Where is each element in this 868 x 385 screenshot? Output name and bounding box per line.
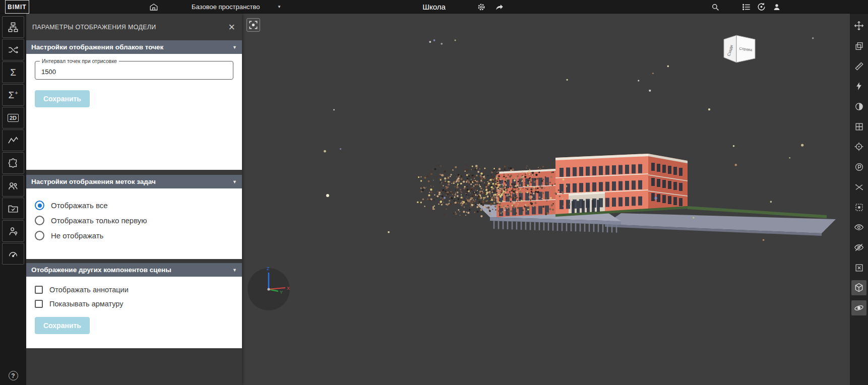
folder-icon xyxy=(8,203,19,214)
top-bar: BIMIT Базовое пространство ▼ Школа xyxy=(0,0,868,14)
list-icon xyxy=(742,3,751,12)
hide-button[interactable] xyxy=(851,240,866,255)
chevron-down-icon: ▼ xyxy=(232,179,237,184)
section-other-body: Отображать аннотации Показывать арматуру… xyxy=(26,277,242,348)
share-button[interactable] xyxy=(495,0,504,14)
grid-add-button[interactable] xyxy=(851,119,866,134)
parking-icon xyxy=(854,162,864,172)
building-icon xyxy=(149,3,158,12)
panel-title: ПАРАМЕТРЫ ОТОБРАЖЕНИЯ МОДЕЛИ xyxy=(32,24,156,31)
radio-indicator xyxy=(35,201,44,210)
sidebar-item-charts[interactable] xyxy=(2,130,24,151)
save-point-clouds-button[interactable]: Сохранить xyxy=(35,90,90,107)
grid-plus-icon xyxy=(854,122,864,132)
project-title: Школа xyxy=(0,0,868,14)
sidebar-item-model-tree[interactable] xyxy=(2,16,24,38)
show-button[interactable] xyxy=(851,220,866,235)
pan-icon xyxy=(854,21,864,31)
half-circle-icon xyxy=(854,102,864,111)
close-icon: × xyxy=(228,21,235,33)
section-task-marks-header[interactable]: Настройки отображения меток задач ▼ xyxy=(26,175,242,188)
sidebar-item-sum-add[interactable]: Σ+ xyxy=(2,84,24,106)
menu-button[interactable] xyxy=(742,0,751,14)
settings-button[interactable] xyxy=(477,0,486,14)
section-other-header[interactable]: Отображение других компонентов сцены ▼ xyxy=(26,263,242,277)
space-selector-label: Базовое пространство xyxy=(192,3,260,11)
sidebar-item-projects[interactable] xyxy=(2,198,24,219)
scene-3d[interactable]: Z Y X xyxy=(242,14,850,385)
app-window: BIMIT Базовое пространство ▼ Школа xyxy=(0,0,868,385)
save-other-button[interactable]: Сохранить xyxy=(35,317,90,334)
sidebar-item-2d[interactable]: 2D xyxy=(2,107,24,129)
sidebar-item-dashboard[interactable] xyxy=(2,243,24,265)
share-icon xyxy=(495,3,504,12)
clash-button[interactable] xyxy=(851,79,866,94)
checkbox-indicator xyxy=(35,286,43,294)
axis-y-label: Y xyxy=(280,290,283,295)
radio-show-all[interactable]: Отображать все xyxy=(35,201,233,210)
target-icon xyxy=(854,142,864,152)
eye-icon xyxy=(854,222,864,232)
lightning-icon xyxy=(854,82,863,91)
focus-button[interactable] xyxy=(246,18,260,32)
radio-show-none[interactable]: Не отображать xyxy=(35,231,233,240)
chevron-down-icon: ▼ xyxy=(232,45,237,50)
orbit-button[interactable] xyxy=(851,300,866,315)
model-tree-icon xyxy=(8,22,19,33)
section-point-clouds-header[interactable]: Настройки отображения облаков точек ▼ xyxy=(26,40,242,54)
sidebar-item-users[interactable] xyxy=(2,175,24,197)
sidebar-item-connections[interactable] xyxy=(2,39,24,60)
dashed-box-icon xyxy=(854,203,864,212)
section-planes-icon xyxy=(854,182,864,192)
user-location-icon xyxy=(8,226,19,237)
object-button[interactable] xyxy=(149,0,158,14)
delete-box-button[interactable] xyxy=(851,260,866,275)
locate-button[interactable] xyxy=(851,139,866,154)
close-button[interactable]: × xyxy=(228,22,235,33)
view-cube[interactable]: Сзади Справа xyxy=(722,34,757,64)
checkbox-annotations[interactable]: Отображать аннотации xyxy=(35,286,233,294)
layers-icon xyxy=(854,41,864,51)
axis-x-label: X xyxy=(287,286,290,291)
app-logo[interactable]: BIMIT xyxy=(5,0,29,14)
sidebar-item-plugins[interactable] xyxy=(2,152,24,174)
space-selector[interactable]: Базовое пространство ▼ xyxy=(192,0,281,14)
sum-add-icon: Σ xyxy=(8,90,14,101)
box-x-icon xyxy=(854,263,864,273)
interval-input[interactable] xyxy=(35,65,233,79)
radio-indicator xyxy=(35,231,44,240)
parking-button[interactable] xyxy=(851,159,866,174)
pan-button[interactable] xyxy=(851,18,866,33)
shuffle-icon xyxy=(8,44,19,55)
interval-field-label: Интервал точек при отрисовке xyxy=(40,58,119,64)
search-button[interactable] xyxy=(711,0,720,14)
user-icon xyxy=(772,3,781,12)
axis-z-label: Z xyxy=(267,266,270,271)
measure-button[interactable] xyxy=(851,58,866,74)
search-icon xyxy=(711,3,720,12)
panel-header: ПАРАМЕТРЫ ОТОБРАЖЕНИЯ МОДЕЛИ × xyxy=(26,14,242,40)
chevron-down-icon: ▼ xyxy=(232,268,237,273)
help-button[interactable]: ? xyxy=(9,371,18,380)
model-display-panel: ПАРАМЕТРЫ ОТОБРАЖЕНИЯ МОДЕЛИ × Настройки… xyxy=(26,14,242,385)
users-icon xyxy=(8,180,19,191)
sync-icon xyxy=(757,2,766,12)
section-planes-button[interactable] xyxy=(851,179,866,195)
checkbox-rebar[interactable]: Показывать арматуру xyxy=(35,300,233,308)
bounding-box-button[interactable] xyxy=(851,200,866,215)
mode-2d-icon: 2D xyxy=(8,114,19,122)
right-toolbar xyxy=(850,14,868,385)
cube-icon xyxy=(854,283,864,293)
layers-button[interactable] xyxy=(851,38,866,53)
axis-gizmo[interactable]: Z Y X xyxy=(247,266,290,310)
sum-icon: Σ xyxy=(10,67,16,78)
radio-show-first-only[interactable]: Отображать только первую xyxy=(35,216,233,225)
model-cube-button[interactable] xyxy=(851,280,866,295)
contrast-button[interactable] xyxy=(851,99,866,114)
sidebar-item-sum[interactable]: Σ xyxy=(2,61,24,83)
sidebar-item-geo-users[interactable] xyxy=(2,220,24,242)
section-task-marks-body: Отображать все Отображать только первую … xyxy=(26,188,242,259)
user-button[interactable] xyxy=(772,0,781,14)
sync-button[interactable] xyxy=(757,0,766,14)
chart-icon xyxy=(8,135,19,146)
